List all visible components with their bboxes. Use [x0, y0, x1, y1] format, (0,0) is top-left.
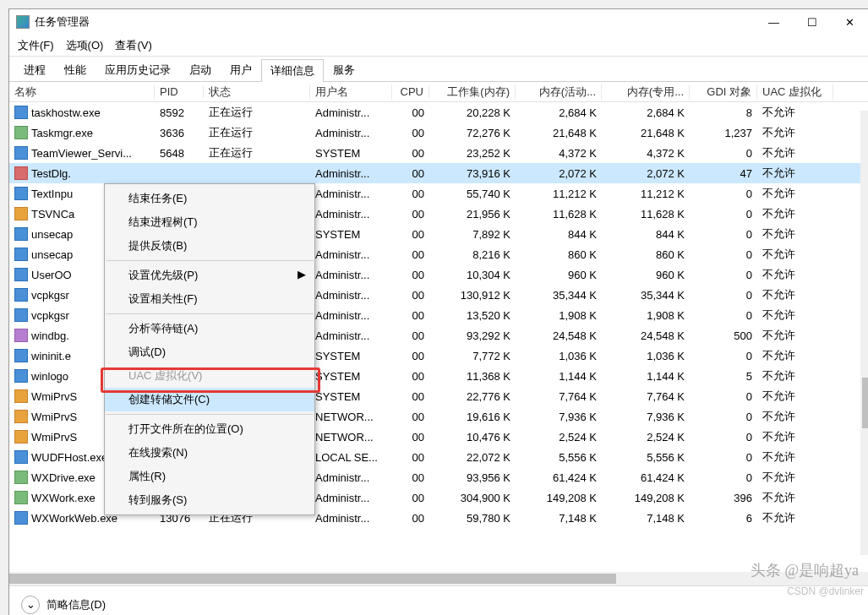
context-menu-item[interactable]: 结束进程树(T): [105, 210, 314, 234]
process-name: WmiPrvS: [31, 411, 77, 423]
process-icon: [14, 106, 28, 119]
cell-workingset: 23,252 K: [429, 147, 516, 160]
cell-mem-private: 21,648 K: [602, 127, 690, 139]
cell-gdi: 0: [690, 350, 757, 362]
menu-view[interactable]: 查看(V): [115, 38, 151, 53]
col-name[interactable]: 名称: [9, 84, 155, 100]
cell-cpu: 00: [392, 248, 429, 261]
process-icon: [14, 471, 28, 484]
cell-uac: 不允许: [757, 429, 833, 444]
tab-app-history[interactable]: 应用历史记录: [96, 58, 180, 81]
cell-pid: 5648: [155, 147, 204, 160]
process-name: windbg.: [31, 329, 69, 342]
process-name: WmiPrvS: [31, 390, 77, 403]
horizontal-scrollbar[interactable]: [9, 572, 868, 585]
cell-cpu: 00: [392, 512, 429, 525]
collapse-toggle[interactable]: ⌄: [21, 596, 40, 614]
tabbar: 进程 性能 应用历史记录 启动 用户 详细信息 服务: [9, 57, 868, 82]
cell-gdi: 0: [690, 471, 757, 484]
menu-separator: [106, 313, 314, 314]
cell-mem-active: 2,524 K: [516, 431, 602, 444]
col-workingset[interactable]: 工作集(内存): [429, 84, 516, 100]
context-menu-item[interactable]: 属性(R): [105, 465, 314, 488]
cell-user: Administr...: [310, 512, 392, 525]
process-icon: [14, 126, 28, 139]
context-menu-item[interactable]: 转到服务(S): [105, 488, 314, 512]
cell-user: Administr...: [310, 269, 392, 281]
tab-processes[interactable]: 进程: [14, 58, 55, 81]
cell-workingset: 93,956 K: [429, 471, 516, 484]
cell-uac: 不允许: [757, 226, 833, 242]
cell-mem-private: 1,908 K: [602, 309, 690, 322]
menu-file[interactable]: 文件(F): [18, 38, 54, 53]
context-menu-item[interactable]: 结束任务(E): [105, 187, 314, 210]
tab-performance[interactable]: 性能: [55, 58, 96, 81]
col-user[interactable]: 用户名: [310, 84, 392, 100]
process-icon: [14, 430, 28, 444]
cell-cpu: 00: [392, 289, 429, 302]
cell-workingset: 13,520 K: [429, 309, 516, 322]
col-cpu[interactable]: CPU: [392, 85, 429, 98]
cell-mem-active: 1,908 K: [516, 309, 602, 322]
cell-mem-active: 11,628 K: [516, 208, 602, 220]
cell-pid: 8592: [155, 106, 204, 119]
tab-startup[interactable]: 启动: [180, 58, 221, 81]
cell-gdi: 0: [690, 431, 757, 444]
context-menu-item[interactable]: 设置优先级(P)▶: [105, 264, 314, 287]
cell-workingset: 19,616 K: [429, 411, 516, 423]
cell-mem-private: 61,424 K: [602, 471, 690, 484]
cell-user: SYSTEM: [310, 228, 392, 241]
cell-uac: 不允许: [757, 470, 833, 485]
titlebar[interactable]: 任务管理器 — ☐ ✕: [9, 9, 868, 35]
context-menu-item[interactable]: 提供反馈(B): [105, 234, 314, 258]
process-icon: [14, 248, 28, 261]
cell-workingset: 73,916 K: [429, 167, 516, 180]
cell-uac: 不允许: [757, 145, 833, 161]
cell-uac: 不允许: [757, 409, 833, 424]
cell-workingset: 10,476 K: [429, 431, 516, 444]
cell-gdi: 396: [690, 492, 757, 504]
context-menu-item[interactable]: 调试(D): [105, 340, 314, 364]
cell-uac: 不允许: [757, 449, 833, 465]
context-menu-item[interactable]: 分析等待链(A): [105, 317, 314, 340]
cell-mem-private: 149,208 K: [602, 492, 690, 504]
col-mem-private[interactable]: 内存(专用...: [602, 84, 690, 100]
cell-mem-private: 35,344 K: [602, 289, 690, 302]
cell-status: 正在运行: [204, 105, 310, 120]
minimize-button[interactable]: —: [755, 9, 793, 35]
cell-gdi: 5: [690, 370, 757, 383]
table-row[interactable]: Taskmgr.exe3636正在运行Administr...0072,276 …: [9, 122, 868, 143]
col-mem-active[interactable]: 内存(活动...: [516, 84, 602, 100]
cell-cpu: 00: [392, 431, 429, 444]
context-menu-item[interactable]: 创建转储文件(C): [105, 388, 314, 411]
close-button[interactable]: ✕: [831, 9, 868, 35]
tab-services[interactable]: 服务: [324, 58, 364, 81]
cell-workingset: 7,772 K: [429, 350, 516, 362]
col-pid[interactable]: PID: [155, 85, 204, 98]
maximize-button[interactable]: ☐: [793, 9, 831, 35]
context-menu-item[interactable]: 设置相关性(F): [105, 287, 314, 311]
context-menu-item[interactable]: 打开文件所在的位置(O): [105, 417, 314, 441]
cell-user: Administr...: [310, 329, 392, 342]
process-name: TeamViewer_Servi...: [31, 147, 132, 160]
table-row[interactable]: taskhostw.exe8592正在运行Administr...0020,22…: [9, 102, 868, 122]
menu-separator: [106, 414, 314, 415]
tab-details[interactable]: 详细信息: [261, 59, 324, 82]
tab-users[interactable]: 用户: [221, 58, 261, 81]
col-gdi[interactable]: GDI 对象: [690, 84, 757, 100]
cell-cpu: 00: [392, 188, 429, 200]
col-uac[interactable]: UAC 虚拟化: [757, 84, 833, 100]
vertical-scrollbar[interactable]: [860, 111, 868, 555]
process-name: WUDFHost.exe: [31, 451, 107, 464]
process-icon: [14, 288, 28, 302]
context-menu-item[interactable]: 在线搜索(N): [105, 441, 314, 465]
table-row[interactable]: TestDlg.Administr...0073,916 K2,072 K2,0…: [9, 163, 868, 183]
menu-options[interactable]: 选项(O): [66, 38, 104, 53]
cell-cpu: 00: [392, 147, 429, 160]
table-row[interactable]: TeamViewer_Servi...5648正在运行SYSTEM0023,25…: [9, 143, 868, 163]
cell-cpu: 00: [392, 167, 429, 180]
cell-mem-active: 5,556 K: [516, 451, 602, 464]
col-status[interactable]: 状态: [204, 84, 310, 100]
cell-user: SYSTEM: [310, 390, 392, 403]
fewer-details-link[interactable]: 简略信息(D): [46, 597, 106, 612]
